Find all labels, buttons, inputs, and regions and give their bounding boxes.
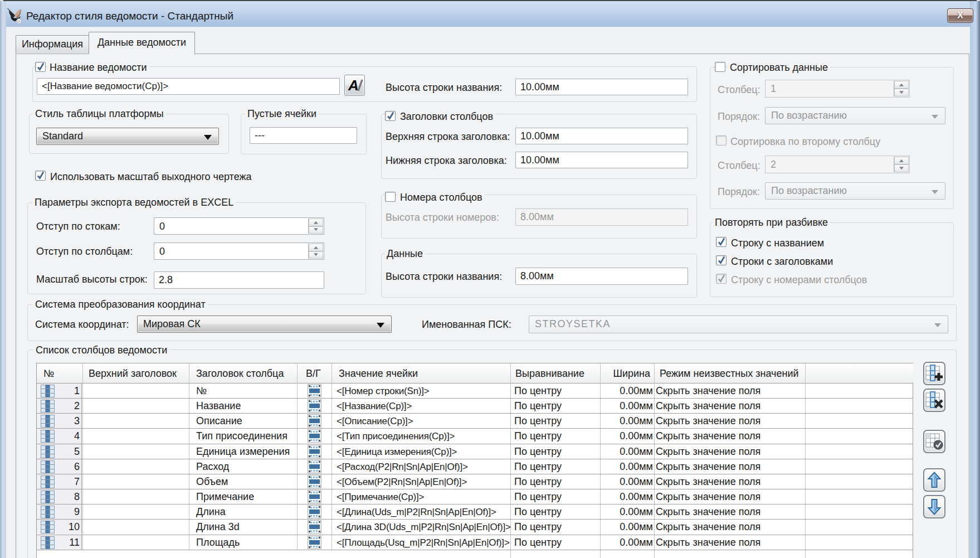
svg-text:I>: I> [17,20,21,23]
svg-text:A: A [348,77,359,94]
